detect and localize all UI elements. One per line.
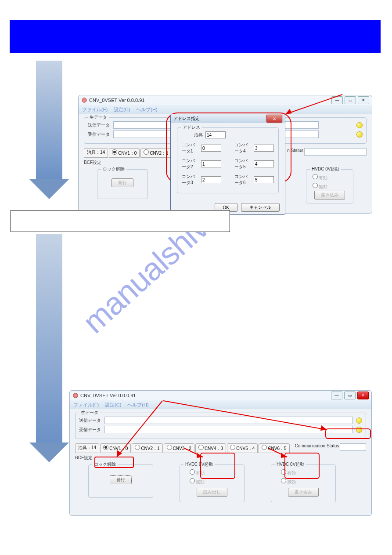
tab-cnv3-2[interactable]: CNV3：2: [164, 443, 194, 453]
empty-text-box: [11, 210, 230, 232]
send-status-dot-2: [356, 417, 362, 424]
hvdc-group-2a: HVDC 0V起動 有効 無効 読み出し: [180, 464, 245, 502]
raw-data-legend-2: 生データ: [79, 410, 100, 416]
lock-release-group-2: ロック解除 発行: [88, 464, 153, 498]
tab-cnv5-2[interactable]: CNV5：4: [227, 443, 258, 453]
send-status-dot: [356, 122, 363, 128]
send-data-field-2[interactable]: [104, 417, 352, 424]
conv1-input[interactable]: [201, 145, 221, 152]
conv3-input[interactable]: [201, 176, 221, 183]
tab-jig-2[interactable]: 治具：14: [75, 443, 99, 453]
radio-valid-2b[interactable]: 有効: [287, 471, 296, 475]
recv-data-label-2: 受信データ: [79, 427, 101, 433]
tab-jig[interactable]: 治具：14: [84, 148, 108, 158]
close-button-2[interactable]: ✕: [357, 392, 369, 399]
blue-banner: [10, 20, 381, 53]
titlebar[interactable]: CNV_0VSET Ver 0.0.0.91 — ▭ ✕: [79, 95, 372, 105]
address-legend: アドレス: [181, 124, 202, 131]
tab-row-2: 治具：14 CNV1：0 CNV2：1 CNV3：2 CNV4：3 CNV5：4…: [75, 442, 366, 455]
bcf-label-2: BCF設定: [75, 455, 366, 461]
lock-release-group: ロック解除 発行: [97, 169, 148, 199]
radio-invalid-2b[interactable]: 無効: [287, 479, 296, 484]
recv-status-dot: [356, 131, 363, 138]
address-dialog: アドレス指定 ✕ アドレス 治具 コンバータ1 コンバータ2 コンバータ3 コン: [170, 114, 285, 215]
conv5-input[interactable]: [254, 160, 274, 167]
write-button-2[interactable]: 書き込み: [288, 488, 319, 497]
menu-help[interactable]: ヘルプ(H): [136, 106, 157, 113]
status-label: n Status: [287, 148, 303, 158]
app-icon: [81, 97, 87, 103]
write-button-1[interactable]: 書き込み: [314, 191, 345, 200]
comm-status-label: Communication Status: [295, 443, 339, 453]
conv4-label: コンバータ4: [234, 142, 251, 154]
conv6-input[interactable]: [254, 176, 274, 183]
raw-data-group-2: 生データ 送信データ 受信データ: [75, 413, 366, 439]
menu-settings-2[interactable]: 設定(C): [105, 402, 121, 408]
window-title-2: CNV_0VSET Ver 0.0.0.91: [80, 393, 331, 398]
menu-file-2[interactable]: ファイル(F): [73, 402, 99, 408]
tab-cnv1-2[interactable]: CNV1：0: [100, 443, 131, 453]
conv4-input[interactable]: [254, 145, 274, 152]
hvdc-legend: HVDC 0V起動: [310, 166, 341, 172]
app-icon-2: [72, 392, 79, 399]
lock-release-legend: ロック解除: [101, 166, 126, 172]
conv3-label: コンバータ3: [182, 174, 198, 186]
hvdc-group-1: HVDC 0V起動 有効 無効 書き込み: [306, 169, 353, 203]
menu-file[interactable]: ファイル(F): [82, 106, 108, 113]
hvdc-group-2b: HVDC 0V起動 有効 無効 書き込み: [271, 464, 336, 502]
tab-cnv2-2[interactable]: CNV2：1: [132, 443, 162, 453]
send-data-label: 送信データ: [88, 122, 110, 128]
menu-help-2[interactable]: ヘルプ(H): [127, 402, 148, 408]
minimize-button-2[interactable]: —: [331, 392, 342, 399]
recv-status-dot-2: [356, 427, 362, 433]
radio-invalid-2a[interactable]: 無効: [196, 479, 205, 484]
close-button[interactable]: ✕: [358, 96, 369, 104]
radio-valid-label[interactable]: 有効: [319, 175, 327, 180]
status-field: [304, 148, 367, 156]
menu-settings[interactable]: 設定(C): [114, 106, 130, 113]
maximize-button-2[interactable]: ▭: [344, 392, 356, 399]
tab-cnv2[interactable]: CNV2：1: [140, 148, 171, 158]
raw-data-legend: 生データ: [88, 114, 109, 120]
menubar-2: ファイル(F) 設定(C) ヘルプ(H): [70, 400, 371, 409]
dialog-title: アドレス指定: [173, 116, 266, 122]
issue-button-1[interactable]: 発行: [111, 178, 133, 187]
conv2-input[interactable]: [201, 160, 221, 167]
dialog-titlebar[interactable]: アドレス指定 ✕: [171, 114, 285, 123]
dialog-cancel-button[interactable]: キャンセル: [241, 203, 280, 212]
flow-arrow-2: [36, 234, 62, 443]
conv5-label: コンバータ5: [234, 158, 251, 170]
conv1-label: コンバータ1: [182, 142, 198, 154]
radio-invalid-label[interactable]: 無効: [319, 184, 327, 189]
hvdc-legend-2a: HVDC 0V起動: [183, 461, 215, 468]
conv2-label: コンバータ2: [182, 158, 198, 170]
window-title: CNV_0VSET Ver 0.0.0.91: [89, 98, 331, 103]
tab-cnv1[interactable]: CNV1：0: [109, 148, 140, 158]
tab-cnv4-2[interactable]: CNV4：3: [195, 443, 226, 453]
read-button-2[interactable]: 読み出し: [197, 488, 227, 497]
app-window-2: CNV_0VSET Ver 0.0.0.91 — ▭ ✕ ファイル(F) 設定(…: [69, 390, 372, 516]
svg-point-0: [82, 98, 87, 103]
recv-data-field-2[interactable]: [104, 426, 352, 433]
conv6-label: コンバータ6: [234, 174, 251, 186]
jig-label: 治具: [194, 132, 203, 138]
lock-release-legend-2: ロック解除: [92, 461, 118, 468]
menubar: ファイル(F) 設定(C) ヘルプ(H): [79, 105, 372, 114]
tab-cnv6-2[interactable]: CNV6：5: [259, 443, 289, 453]
comm-status-field: [340, 443, 366, 451]
dialog-close-button[interactable]: ✕: [266, 115, 282, 123]
hvdc-legend-2b: HVDC 0V起動: [275, 461, 306, 468]
jig-input[interactable]: [205, 131, 226, 138]
minimize-button[interactable]: —: [331, 96, 343, 104]
issue-button-2[interactable]: 発行: [110, 475, 132, 484]
radio-valid-2a[interactable]: 有効: [196, 471, 205, 475]
titlebar-2[interactable]: CNV_0VSET Ver 0.0.0.91 — ▭ ✕: [70, 391, 371, 400]
send-data-label-2: 送信データ: [79, 417, 101, 424]
recv-data-label: 受信データ: [88, 131, 110, 138]
flow-arrow-1: [36, 61, 62, 179]
maximize-button[interactable]: ▭: [345, 96, 356, 104]
svg-point-3: [73, 393, 78, 398]
